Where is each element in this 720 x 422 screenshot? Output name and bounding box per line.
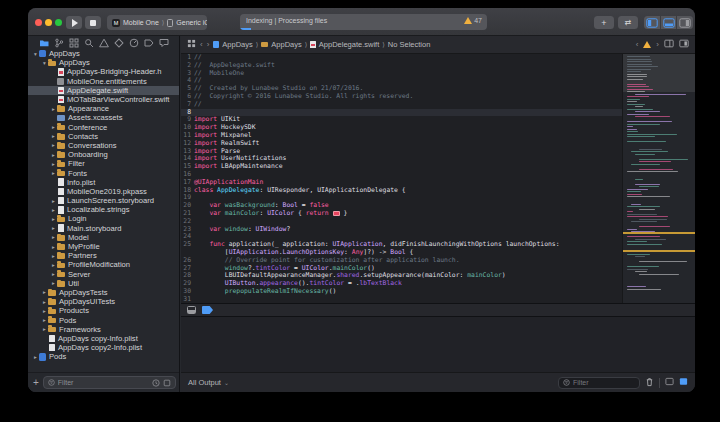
tree-item-conference[interactable]: ▸Conference xyxy=(28,123,179,132)
console-filter-input[interactable] xyxy=(573,379,635,386)
disclosure-triangle-icon[interactable]: ▸ xyxy=(50,271,57,277)
tree-item-appdays-bridging-header-h[interactable]: AppDays-Bridging-Header.h xyxy=(28,67,179,76)
breadcrumb-item[interactable]: No Selection xyxy=(388,40,431,49)
disclosure-triangle-icon[interactable]: ▸ xyxy=(41,308,48,314)
clear-console-button[interactable] xyxy=(645,377,654,389)
tree-item-profilemodification[interactable]: ▸ProfileModification xyxy=(28,260,179,269)
nav-tab-breakpoints[interactable] xyxy=(143,37,154,48)
tree-item-util[interactable]: ▸Util xyxy=(28,279,179,288)
debug-area-toggle-icon[interactable] xyxy=(187,306,196,314)
toggle-inspector-button[interactable] xyxy=(677,16,693,29)
nav-tab-reports[interactable] xyxy=(158,37,169,48)
code-line-30[interactable]: 30 prepopulateRealmIfNecessary() xyxy=(181,288,622,296)
disclosure-triangle-icon[interactable]: ▸ xyxy=(50,262,57,268)
disclosure-triangle-icon[interactable]: ▸ xyxy=(50,106,57,112)
disclosure-triangle-icon[interactable]: ▾ xyxy=(32,51,39,57)
go-back-button[interactable]: ‹ xyxy=(200,40,203,49)
previous-issue-button[interactable]: ‹ xyxy=(636,40,639,49)
tree-item-appdays[interactable]: ▾AppDays xyxy=(28,49,179,58)
zoom-window-button[interactable] xyxy=(55,19,62,26)
tree-item-server[interactable]: ▸Server xyxy=(28,270,179,279)
disclosure-triangle-icon[interactable]: ▸ xyxy=(50,207,57,213)
nav-tab-issues[interactable] xyxy=(98,37,109,48)
toggle-variables-view-button[interactable] xyxy=(665,377,674,388)
toggle-debug-area-button[interactable] xyxy=(661,16,678,29)
code-line-18[interactable]: 18class AppDelegate: UIResponder, UIAppl… xyxy=(181,187,622,195)
run-button[interactable] xyxy=(66,16,82,29)
minimap-warning-marker[interactable] xyxy=(623,232,695,234)
scheme-selector[interactable]: M Mobile One ⟩ Generic iOS Device xyxy=(107,15,207,30)
tree-item-contacts[interactable]: ▸Contacts xyxy=(28,132,179,141)
tree-item-onboarding[interactable]: ▸Onboarding xyxy=(28,150,179,159)
disclosure-triangle-icon[interactable]: ▸ xyxy=(50,124,57,130)
disclosure-triangle-icon[interactable]: ▸ xyxy=(50,142,57,148)
tree-item-partners[interactable]: ▸Partners xyxy=(28,251,179,260)
disclosure-triangle-icon[interactable]: ▸ xyxy=(50,133,57,139)
tree-item-mobileone-entitlements[interactable]: MobileOne.entitlements xyxy=(28,77,179,86)
minimap[interactable] xyxy=(622,54,695,303)
code-line-3[interactable]: 3// MobileOne xyxy=(181,70,622,78)
breakpoints-enabled-icon[interactable] xyxy=(202,306,213,314)
disclosure-triangle-icon[interactable]: ▸ xyxy=(50,225,57,231)
issue-warning-icon[interactable] xyxy=(643,41,651,48)
code-line-12[interactable]: 12import RealmSwift xyxy=(181,140,622,148)
go-forward-button[interactable]: › xyxy=(207,40,210,49)
code-line-21[interactable]: 21 var mainColor: UIColor { return } xyxy=(181,210,622,218)
related-items-icon[interactable] xyxy=(187,39,196,50)
disclosure-triangle-icon[interactable]: ▸ xyxy=(50,161,57,167)
tree-item-appearance[interactable]: ▸Appearance xyxy=(28,104,179,113)
tree-item-mobileone2019-pkpass[interactable]: MobileOne2019.pkpass xyxy=(28,187,179,196)
tree-item-pods[interactable]: ▸Pods xyxy=(28,315,179,324)
next-issue-button[interactable]: › xyxy=(656,40,659,49)
nav-tab-debug[interactable] xyxy=(128,37,139,48)
console-output-area[interactable] xyxy=(181,317,695,372)
disclosure-triangle-icon[interactable]: ▸ xyxy=(50,234,57,240)
tree-item-myprofile[interactable]: ▸MyProfile xyxy=(28,242,179,251)
disclosure-triangle-icon[interactable]: ▸ xyxy=(41,299,48,305)
disclosure-triangle-icon[interactable]: ▸ xyxy=(41,326,48,332)
code-view[interactable]: 1//2// AppDelegate.swift3// MobileOne4//… xyxy=(181,54,622,303)
code-line-7[interactable]: 7// xyxy=(181,101,622,109)
nav-tab-source-control[interactable] xyxy=(53,37,64,48)
tree-item-assets-xcassets[interactable]: Assets.xcassets xyxy=(28,113,179,122)
code-line-31[interactable]: 31 xyxy=(181,296,622,303)
code-line-15[interactable]: 15import LBAppMaintenance xyxy=(181,163,622,171)
close-window-button[interactable] xyxy=(35,19,42,26)
tree-item-appdaystests[interactable]: ▸AppDaysTests xyxy=(28,288,179,297)
tree-item-appdaysuitests[interactable]: ▸AppDaysUITests xyxy=(28,297,179,306)
disclosure-triangle-icon[interactable]: ▸ xyxy=(50,170,57,176)
recent-files-clock-icon[interactable] xyxy=(152,379,160,387)
add-editor-button[interactable] xyxy=(664,39,674,50)
output-scope-dropdown[interactable]: All Output xyxy=(188,378,221,387)
breadcrumb-item[interactable]: AppDays xyxy=(213,40,252,49)
tree-item-appdays-copy-info-plist[interactable]: AppDays copy-Info.plist xyxy=(28,334,179,343)
disclosure-triangle-icon[interactable]: ▸ xyxy=(41,317,48,323)
tree-item-model[interactable]: ▸Model xyxy=(28,233,179,242)
nav-tab-symbols[interactable] xyxy=(68,37,79,48)
tree-item-info-plist[interactable]: Info.plist xyxy=(28,178,179,187)
breadcrumb-item[interactable]: AppDelegate.swift xyxy=(310,40,379,49)
disclosure-triangle-icon[interactable]: ▾ xyxy=(41,60,48,66)
navigator-filter-field[interactable] xyxy=(43,376,176,389)
minimize-window-button[interactable] xyxy=(45,19,52,26)
toggle-console-view-button[interactable] xyxy=(679,377,688,388)
tree-item-filter[interactable]: ▸Filter xyxy=(28,159,179,168)
tree-item-appdays-copy2-info-plist[interactable]: AppDays copy2-Info.plist xyxy=(28,343,179,352)
tree-item-pods[interactable]: ▸Pods xyxy=(28,352,179,361)
disclosure-triangle-icon[interactable]: ▸ xyxy=(32,354,39,360)
disclosure-triangle-icon[interactable]: ▸ xyxy=(50,198,57,204)
disclosure-triangle-icon[interactable]: ▸ xyxy=(50,280,57,286)
tree-item-conversations[interactable]: ▸Conversations xyxy=(28,141,179,150)
tree-item-main-storyboard[interactable]: ▸Main.storyboard xyxy=(28,224,179,233)
tree-item-launchscreen-storyboard[interactable]: ▸LaunchScreen.storyboard xyxy=(28,196,179,205)
tree-item-login[interactable]: ▸Login xyxy=(28,214,179,223)
disclosure-triangle-icon[interactable]: ▸ xyxy=(50,216,57,222)
disclosure-triangle-icon[interactable]: ▸ xyxy=(50,244,57,250)
disclosure-triangle-icon[interactable]: ▸ xyxy=(50,253,57,259)
add-file-button[interactable]: + xyxy=(33,378,39,388)
nav-tab-tests[interactable] xyxy=(113,37,124,48)
warning-badge[interactable]: 47 xyxy=(464,17,482,24)
tree-item-appdays[interactable]: ▾AppDays xyxy=(28,58,179,67)
source-control-status-icon[interactable] xyxy=(163,379,171,387)
source-editor[interactable]: 1//2// AppDelegate.swift3// MobileOne4//… xyxy=(181,54,695,303)
